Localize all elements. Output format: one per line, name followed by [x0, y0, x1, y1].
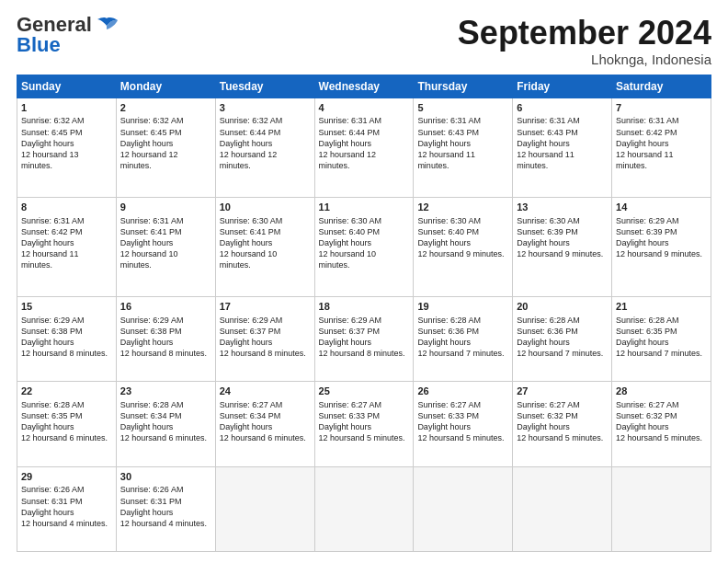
col-monday: Monday [116, 75, 215, 98]
table-row: 26Sunrise: 6:27 AMSunset: 6:33 PMDayligh… [414, 382, 513, 466]
sunset-label: Sunset: 6:38 PM [21, 327, 83, 336]
daylight-label: Daylight hours [120, 238, 174, 247]
table-row: 10Sunrise: 6:30 AMSunset: 6:41 PMDayligh… [215, 197, 314, 296]
sunrise-label: Sunrise: 6:32 AM [21, 116, 85, 125]
sunrise-label: Sunrise: 6:29 AM [220, 316, 283, 325]
day-number: 19 [417, 300, 508, 314]
daylight-label: Daylight hours [319, 139, 372, 148]
daylight-duration: 12 hoursand 7 minutes. [517, 349, 603, 358]
day-number: 3 [220, 101, 311, 115]
sunrise-label: Sunrise: 6:28 AM [120, 400, 184, 409]
sunrise-label: Sunrise: 6:31 AM [120, 216, 184, 225]
daylight-duration: 12 hoursand 8 minutes. [220, 349, 306, 358]
daylight-duration: 12 hoursand 5 minutes. [319, 433, 405, 442]
sunset-label: Sunset: 6:39 PM [517, 227, 578, 236]
sunset-label: Sunset: 6:31 PM [120, 497, 182, 506]
sunrise-label: Sunrise: 6:32 AM [220, 116, 283, 125]
daylight-duration: 12 hoursand 12 minutes. [319, 150, 377, 170]
daylight-duration: 12 hoursand 11 minutes. [517, 150, 574, 170]
sunrise-label: Sunrise: 6:30 AM [517, 216, 580, 225]
sunrise-label: Sunrise: 6:29 AM [319, 316, 382, 325]
sunset-label: Sunset: 6:35 PM [616, 327, 677, 336]
page: General Blue September 2024 Lhoknga, Ind… [0, 0, 728, 563]
calendar-week-row: 8Sunrise: 6:31 AMSunset: 6:42 PMDaylight… [17, 197, 711, 296]
daylight-label: Daylight hours [21, 338, 74, 347]
sunrise-label: Sunrise: 6:32 AM [120, 116, 184, 125]
daylight-label: Daylight hours [517, 238, 570, 247]
calendar-week-row: 15Sunrise: 6:29 AMSunset: 6:38 PMDayligh… [17, 296, 711, 381]
table-row: 17Sunrise: 6:29 AMSunset: 6:37 PMDayligh… [215, 296, 314, 381]
day-number: 25 [319, 385, 410, 398]
daylight-label: Daylight hours [120, 422, 174, 431]
daylight-duration: 12 hoursand 12 minutes. [220, 150, 278, 170]
daylight-duration: 12 hoursand 4 minutes. [120, 519, 207, 528]
daylight-label: Daylight hours [319, 422, 372, 431]
day-number: 27 [517, 385, 608, 398]
daylight-duration: 12 hoursand 4 minutes. [21, 519, 108, 528]
day-number: 17 [220, 300, 311, 314]
daylight-duration: 12 hoursand 5 minutes. [616, 433, 702, 442]
daylight-label: Daylight hours [21, 422, 74, 431]
daylight-label: Daylight hours [21, 139, 74, 148]
sunrise-label: Sunrise: 6:27 AM [616, 400, 679, 409]
table-row: 14Sunrise: 6:29 AMSunset: 6:39 PMDayligh… [612, 197, 711, 296]
daylight-label: Daylight hours [220, 238, 273, 247]
daylight-duration: 12 hoursand 6 minutes. [21, 433, 108, 442]
sunset-label: Sunset: 6:45 PM [21, 128, 83, 137]
daylight-label: Daylight hours [616, 238, 669, 247]
sunset-label: Sunset: 6:44 PM [319, 128, 381, 137]
daylight-label: Daylight hours [417, 238, 471, 247]
sunset-label: Sunset: 6:34 PM [120, 411, 182, 420]
sunset-label: Sunset: 6:45 PM [120, 128, 182, 137]
header: General Blue September 2024 Lhoknga, Ind… [17, 15, 711, 67]
sunset-label: Sunset: 6:39 PM [616, 227, 677, 236]
sunset-label: Sunset: 6:41 PM [120, 227, 182, 236]
day-number: 9 [120, 201, 211, 214]
daylight-label: Daylight hours [319, 238, 372, 247]
table-row: 5Sunrise: 6:31 AMSunset: 6:43 PMDaylight… [414, 98, 513, 197]
daylight-label: Daylight hours [616, 139, 669, 148]
daylight-duration: 12 hoursand 6 minutes. [120, 433, 207, 442]
logo: General Blue [17, 15, 119, 55]
sunrise-label: Sunrise: 6:30 AM [319, 216, 382, 225]
daylight-label: Daylight hours [417, 139, 471, 148]
daylight-duration: 12 hoursand 7 minutes. [616, 349, 702, 358]
table-row: 15Sunrise: 6:29 AMSunset: 6:38 PMDayligh… [17, 296, 117, 381]
daylight-label: Daylight hours [616, 338, 669, 347]
daylight-label: Daylight hours [220, 139, 273, 148]
day-number: 10 [220, 201, 311, 214]
day-number: 13 [517, 201, 608, 214]
daylight-duration: 12 hoursand 11 minutes. [417, 150, 475, 170]
table-row [513, 466, 612, 551]
day-number: 21 [616, 300, 707, 314]
daylight-duration: 12 hoursand 8 minutes. [319, 349, 405, 358]
daylight-duration: 12 hoursand 10 minutes. [220, 249, 278, 270]
sunrise-label: Sunrise: 6:26 AM [120, 485, 184, 494]
title-block: September 2024 Lhoknga, Indonesia [458, 15, 711, 67]
sunset-label: Sunset: 6:43 PM [517, 128, 578, 137]
sunset-label: Sunset: 6:41 PM [220, 227, 281, 236]
calendar-week-row: 29Sunrise: 6:26 AMSunset: 6:31 PMDayligh… [17, 466, 711, 551]
logo-blue: Blue [17, 33, 61, 56]
daylight-duration: 12 hoursand 10 minutes. [319, 249, 377, 270]
day-number: 29 [21, 470, 112, 484]
table-row: 25Sunrise: 6:27 AMSunset: 6:33 PMDayligh… [314, 382, 414, 466]
day-number: 1 [21, 101, 112, 115]
daylight-label: Daylight hours [616, 422, 669, 431]
daylight-label: Daylight hours [417, 422, 471, 431]
daylight-label: Daylight hours [517, 139, 570, 148]
day-number: 2 [120, 101, 211, 115]
sunset-label: Sunset: 6:42 PM [21, 227, 83, 236]
daylight-duration: 12 hoursand 8 minutes. [120, 349, 207, 358]
day-number: 18 [319, 300, 410, 314]
day-number: 7 [616, 101, 707, 115]
day-number: 26 [417, 385, 508, 398]
logo-bird-icon [94, 17, 119, 37]
table-row: 18Sunrise: 6:29 AMSunset: 6:37 PMDayligh… [314, 296, 414, 381]
table-row: 16Sunrise: 6:29 AMSunset: 6:38 PMDayligh… [116, 296, 215, 381]
sunrise-label: Sunrise: 6:27 AM [220, 400, 283, 409]
sunrise-label: Sunrise: 6:31 AM [517, 116, 580, 125]
day-number: 28 [616, 385, 707, 398]
sunset-label: Sunset: 6:43 PM [417, 128, 479, 137]
table-row: 3Sunrise: 6:32 AMSunset: 6:44 PMDaylight… [215, 98, 314, 197]
